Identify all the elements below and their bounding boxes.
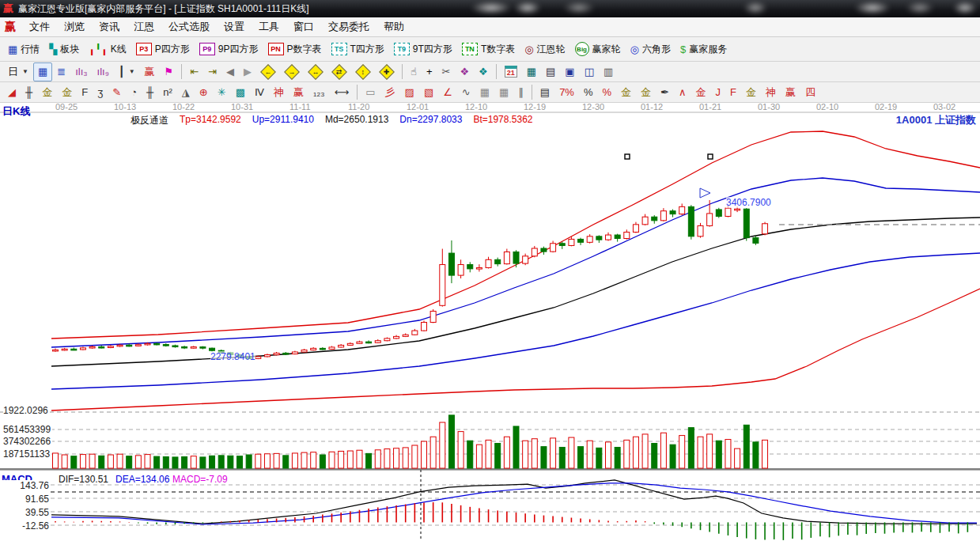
f-angle-button[interactable]: F [725, 83, 741, 102]
h-measure-button[interactable]: ⟷ [330, 83, 354, 102]
red-pen-icon: ✎ [112, 87, 121, 97]
gann-wheel-button[interactable]: ◎江恩轮 [520, 40, 569, 59]
gold-circle-button[interactable]: 金 [616, 83, 636, 102]
gann-shape-teal-button[interactable]: ❖ [474, 62, 493, 81]
zigzag-button[interactable]: ∿ [457, 83, 475, 102]
gold-lines-button[interactable]: 金 [636, 83, 656, 102]
period-day-button[interactable]: 日▼ [3, 62, 33, 81]
last-bar-button[interactable]: ⇥ [203, 62, 221, 81]
gann-shape-purple-button[interactable]: ❖ [455, 62, 474, 81]
p-square-button[interactable]: P3P四方形 [131, 40, 195, 59]
spiral-button[interactable]: ʒ [93, 83, 108, 102]
ticks-button[interactable]: ╫ [142, 83, 158, 102]
quotes-button[interactable]: ▦行情 [3, 40, 44, 59]
save-button[interactable]: ▣ [560, 62, 579, 81]
winner-service-button[interactable]: $赢家服务 [675, 40, 732, 59]
triangle-button[interactable]: ◮ [177, 83, 195, 102]
chart-area[interactable]: 09-2510-1310-2210-3111-1111-2012-0112-10… [0, 103, 980, 541]
grid-a-button[interactable]: ▦ [475, 83, 494, 102]
grid-b-button[interactable]: ▦ [494, 83, 513, 102]
t-square-button[interactable]: TST四方形 [327, 40, 389, 59]
prev-bar-button[interactable]: ◀ [221, 62, 239, 81]
percent-lines-button[interactable]: 7% [554, 83, 579, 102]
color-flag-button[interactable]: ⚑ [160, 62, 179, 81]
diamond-swap-button[interactable]: ⇄ [327, 62, 351, 81]
winner-wheel-button[interactable]: Big赢家轮 [570, 40, 626, 59]
sectors-button[interactable]: ▚板块 [44, 40, 84, 59]
menu-item-1[interactable]: 浏览 [57, 20, 92, 34]
price-list-button[interactable]: ▤ [535, 83, 554, 102]
grid-123-button[interactable]: ₁₂₃ [308, 83, 330, 102]
dropdown-arrow-icon: ▼ [22, 68, 28, 75]
info-list-button[interactable]: ≣ [52, 62, 70, 81]
bars-3-button[interactable]: ılı₃ [70, 62, 92, 81]
menu-item-0[interactable]: 文件 [22, 20, 57, 34]
pattern-button[interactable]: ▦ [33, 62, 52, 81]
percent-button[interactable]: % [579, 83, 598, 102]
save-scheme-button[interactable]: ◫ [580, 62, 599, 81]
menu-item-7[interactable]: 窗口 [286, 20, 321, 34]
ying-angle-button[interactable]: 赢 [781, 83, 800, 102]
menu-item-8[interactable]: 交易委托 [321, 20, 376, 34]
diamond-left-button[interactable]: ← [256, 62, 280, 81]
shen-angle-button[interactable]: 神 [761, 83, 781, 102]
win-frame-button[interactable]: 赢 [140, 62, 160, 81]
parallels-button[interactable]: ∥ [513, 83, 528, 102]
brush-button[interactable]: ◢ [3, 83, 21, 102]
menu-item-2[interactable]: 资讯 [92, 20, 127, 34]
menu-item-3[interactable]: 江恩 [127, 20, 161, 34]
candle-style-button[interactable]: ┃▼ [114, 62, 140, 81]
first-bar-button[interactable]: ⇤ [185, 62, 203, 81]
t-number-table-button[interactable]: TNT数字表 [457, 40, 520, 59]
ink-pen-button[interactable]: ✒ [656, 83, 674, 102]
menu-item-9[interactable]: 帮助 [376, 20, 411, 34]
menu-item-5[interactable]: 设置 [217, 20, 252, 34]
print-button[interactable]: ▥ [599, 62, 618, 81]
red-pen-button[interactable]: ✎ [108, 83, 126, 102]
hexagon-button[interactable]: ◎六角形 [626, 40, 675, 59]
grid-star-button[interactable]: ▩ [231, 83, 250, 102]
hand-tool-button[interactable]: ☝ [406, 62, 422, 81]
star-teal-button[interactable]: ✳ [213, 83, 231, 102]
notepad-button[interactable]: ▤ [541, 62, 560, 81]
four-angle-button[interactable]: 四 [800, 83, 820, 102]
calendar-button[interactable]: 21 [500, 62, 522, 81]
calculator-button[interactable]: ▦ [522, 62, 541, 81]
gold-angle-button[interactable]: 金 [741, 83, 761, 102]
kline-button[interactable]: ╻╹╻K线 [84, 40, 131, 59]
diamond-hrange-button[interactable]: ↔ [304, 62, 327, 81]
n-square-button[interactable]: n² [158, 83, 177, 102]
gold-ruler-2-button[interactable]: 金 [57, 83, 77, 102]
ying-button[interactable]: 赢 [289, 83, 308, 102]
angle-lines-button[interactable]: ∠ [438, 83, 457, 102]
crosshair-tool-button[interactable]: + [422, 62, 437, 81]
box-rays-2-button[interactable]: ▧ [419, 83, 438, 102]
gold-red-button[interactable]: 金 [691, 83, 710, 102]
rect-tool-button[interactable]: ▭ [361, 83, 380, 102]
f-ruler-button[interactable]: F [77, 83, 93, 102]
rays-button[interactable]: 彡 [380, 83, 400, 102]
diamond-all-button[interactable]: ✚ [375, 62, 399, 81]
titlebar-glare [744, 2, 767, 14]
p-number-table-button[interactable]: PNP数字表 [263, 40, 327, 59]
diamond-vrange-button[interactable]: ↕ [351, 62, 375, 81]
menu-item-4[interactable]: 公式选股 [161, 20, 217, 34]
dial-button[interactable]: ◔ [126, 83, 142, 102]
wave-button[interactable]: ∧ [674, 83, 691, 102]
period-tab-daily[interactable]: 日K线 [2, 104, 30, 119]
menu-item-6[interactable]: 工具 [252, 20, 286, 34]
k-wave-button[interactable]: Ⅳ [250, 83, 269, 102]
ninet-square-button[interactable]: T99T四方形 [389, 40, 457, 59]
ruler-button[interactable]: ╫ [21, 83, 37, 102]
shen-button[interactable]: 神 [269, 83, 289, 102]
bars-9-button[interactable]: ılı₉ [93, 62, 114, 81]
percent-3-button[interactable]: % [598, 83, 617, 102]
measure-tool-button[interactable]: ✂ [437, 62, 456, 81]
box-rays-button[interactable]: ▨ [400, 83, 419, 102]
j-angle-button[interactable]: J [710, 83, 725, 102]
diamond-right-button[interactable]: → [280, 62, 304, 81]
next-bar-button[interactable]: ▶ [239, 62, 256, 81]
ninep-square-button[interactable]: P99P四方形 [195, 40, 263, 59]
gold-ruler-1-button[interactable]: 金 [37, 83, 57, 102]
target-red-button[interactable]: ⊕ [195, 83, 213, 102]
